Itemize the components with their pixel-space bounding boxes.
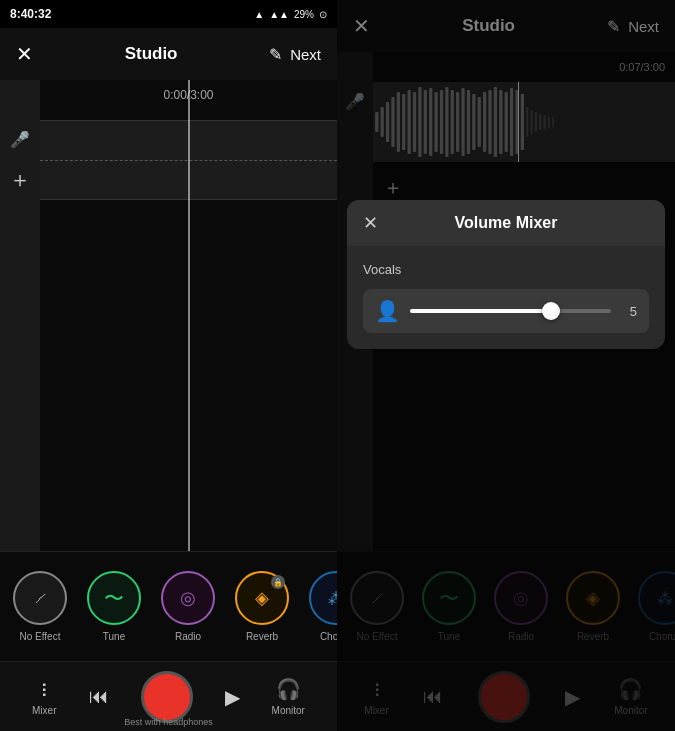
record-inner bbox=[148, 678, 186, 716]
status-time: 8:40:32 bbox=[10, 7, 51, 21]
effect-radio[interactable]: ◎ Radio bbox=[158, 571, 218, 642]
monitor-icon: 🎧 bbox=[276, 677, 301, 701]
vocals-label: Vocals bbox=[363, 262, 649, 277]
person-icon: 👤 bbox=[375, 299, 400, 323]
effect-tune[interactable]: 〜 Tune bbox=[84, 571, 144, 642]
play-button[interactable]: ▶ bbox=[225, 685, 240, 709]
battery-text: 29% bbox=[294, 9, 314, 20]
overlay-backdrop bbox=[337, 0, 675, 731]
mixer-label: Mixer bbox=[32, 705, 56, 716]
signal-icon: ▲▲ bbox=[269, 9, 289, 20]
monitor-button[interactable]: 🎧 Monitor bbox=[272, 677, 305, 716]
chorus-circle: 🔒 ⁂ bbox=[309, 571, 337, 625]
volume-mixer-body: Vocals 👤 5 bbox=[347, 246, 665, 349]
left-track-area: 🎤 ＋ 0:00/3:00 bbox=[0, 80, 337, 551]
reverb-label: Reverb bbox=[246, 631, 278, 642]
mic-icon: 🎤 bbox=[10, 130, 30, 149]
effect-chorus[interactable]: 🔒 ⁂ Chorus bbox=[306, 571, 337, 642]
volume-mixer-close-button[interactable]: ✕ bbox=[363, 212, 378, 234]
radio-circle: ◎ bbox=[161, 571, 215, 625]
no-effect-slash-icon: ⟋ bbox=[31, 588, 49, 609]
chorus-icon: ⁂ bbox=[328, 589, 337, 608]
headphones-note: Best with headphones bbox=[124, 717, 213, 727]
left-top-right: ✎ Next bbox=[269, 45, 321, 64]
wifi-icon: ▲ bbox=[254, 9, 264, 20]
reverb-icon: ◈ bbox=[255, 587, 269, 609]
left-effects-row: ⟋ No Effect 〜 Tune ◎ Radio 🔒 ◈ Reverb � bbox=[0, 551, 337, 661]
slider-value: 5 bbox=[621, 304, 637, 319]
left-bottom-relative: ⫶ Mixer ⏮ ▶ 🎧 Monitor Best with headphon… bbox=[0, 661, 337, 731]
left-close-button[interactable]: ✕ bbox=[16, 42, 33, 66]
chorus-label: Chorus bbox=[320, 631, 337, 642]
reverb-circle: 🔒 ◈ bbox=[235, 571, 289, 625]
edit-icon: ✎ bbox=[269, 45, 282, 64]
monitor-label: Monitor bbox=[272, 705, 305, 716]
volume-mixer-title: Volume Mixer bbox=[455, 214, 558, 232]
battery-icon: ⊙ bbox=[319, 9, 327, 20]
status-icons: ▲ ▲▲ 29% ⊙ bbox=[254, 9, 327, 20]
playhead bbox=[188, 80, 189, 551]
add-track-button[interactable]: ＋ bbox=[9, 165, 31, 195]
no-effect-label: No Effect bbox=[20, 631, 61, 642]
left-panel: 8:40:32 ▲ ▲▲ 29% ⊙ ✕ Studio ✎ Next 🎤 ＋ 0… bbox=[0, 0, 337, 731]
tune-label: Tune bbox=[103, 631, 125, 642]
tune-wave-icon: 〜 bbox=[104, 585, 124, 612]
right-panel: ✕ Studio ✎ Next 🎤 0:07/3:00 bbox=[337, 0, 675, 731]
mixer-icon: ⫶ bbox=[39, 678, 49, 701]
left-top-bar: ✕ Studio ✎ Next bbox=[0, 28, 337, 80]
radio-label: Radio bbox=[175, 631, 201, 642]
effect-no-effect[interactable]: ⟋ No Effect bbox=[10, 571, 70, 642]
record-button[interactable] bbox=[141, 671, 193, 723]
effect-reverb[interactable]: 🔒 ◈ Reverb bbox=[232, 571, 292, 642]
reverb-lock-icon: 🔒 bbox=[271, 575, 285, 589]
slider-fill bbox=[410, 309, 551, 313]
back-icon: ⏮ bbox=[89, 685, 109, 708]
status-bar: 8:40:32 ▲ ▲▲ 29% ⊙ bbox=[0, 0, 337, 28]
no-effect-circle: ⟋ bbox=[13, 571, 67, 625]
radio-icon: ◎ bbox=[180, 587, 196, 609]
slider-thumb[interactable] bbox=[542, 302, 560, 320]
volume-slider[interactable] bbox=[410, 309, 611, 313]
play-icon: ▶ bbox=[225, 685, 240, 709]
volume-mixer-header: ✕ Volume Mixer bbox=[347, 200, 665, 246]
slider-row: 👤 5 bbox=[363, 289, 649, 333]
volume-mixer: ✕ Volume Mixer Vocals 👤 5 bbox=[347, 200, 665, 349]
left-track-controls: 🎤 ＋ bbox=[0, 80, 40, 551]
back-button[interactable]: ⏮ bbox=[89, 685, 109, 708]
left-next-button[interactable]: Next bbox=[290, 46, 321, 63]
left-timeline: 0:00/3:00 bbox=[40, 80, 337, 551]
tune-circle: 〜 bbox=[87, 571, 141, 625]
left-title: Studio bbox=[125, 44, 178, 64]
mixer-button[interactable]: ⫶ Mixer bbox=[32, 678, 56, 716]
